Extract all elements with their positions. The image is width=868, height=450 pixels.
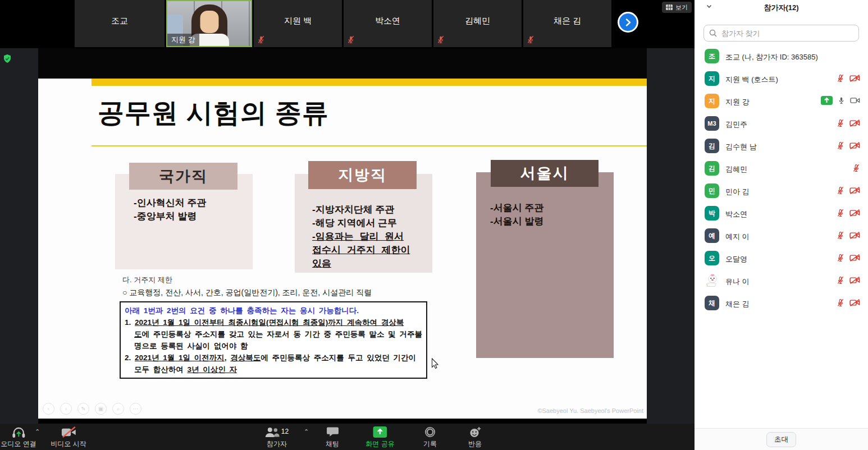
muted-mic-icon [347, 35, 355, 44]
participant-row[interactable]: 오오달영 [695, 247, 868, 269]
audio-button[interactable]: 오디오 연결 [1, 426, 36, 449]
video-button[interactable]: 비디오 시작 [51, 426, 86, 449]
participant-status-icons [837, 74, 860, 83]
participant-status-icons [837, 141, 860, 150]
participant-row[interactable]: 지지원 백 (호스트) [695, 67, 868, 90]
participant-row[interactable]: 채채은 김 [695, 292, 868, 314]
participant-name: 지원 백 (호스트) [725, 75, 778, 85]
next-videos-button[interactable] [618, 12, 638, 33]
video-strip: 보기 조교 지원 강지원 백박소연김혜민채은 김 [0, 0, 695, 48]
slide-category-text: -서울시 주관-서울시 발령 [490, 201, 543, 228]
slide-title: 공무원 시험의 종류 [98, 95, 329, 131]
slide-category-text: -지방자치단체 주관-해당 지역에서 근무-임용과는 달리 원서접수시 거주지 … [312, 203, 410, 270]
presenter-pen-icon[interactable]: ✎ [77, 403, 89, 415]
participant-tile[interactable]: 채은 김 [523, 0, 611, 47]
muted-mic-icon [527, 35, 534, 44]
search-icon [709, 29, 717, 37]
meeting-toolbar: 나가기 오디오 연결⌃비디오 시작12참가자⌃채팅화면 공유기록반응 [0, 424, 695, 450]
participant-row[interactable]: 예예지 이 [695, 224, 868, 247]
regulation-line: 도에 주민등록상 주소지를 갖고 있는 자로서 동 기간 중 주민등록 말소 및… [125, 328, 422, 340]
participant-status-icons [821, 96, 860, 105]
shared-screen-bottom-bar [38, 419, 647, 424]
participant-search-box [703, 25, 859, 42]
mouse-cursor [431, 358, 439, 369]
audio-options-chevron-icon[interactable]: ⌃ [35, 428, 40, 435]
participant-tile[interactable]: 박소연 [344, 0, 432, 47]
mic-on-icon [838, 96, 845, 105]
participant-status-icons [837, 231, 860, 240]
slide-top-black-bar [38, 48, 647, 79]
participant-row[interactable]: M3김민주 [695, 112, 868, 135]
participants-panel-footer: 초대 [695, 428, 868, 450]
presenter-more-icon[interactable]: ⋯ [130, 403, 141, 415]
chevron-right-icon [625, 19, 632, 26]
cam-off-icon [849, 276, 860, 284]
participant-tile[interactable]: 김혜민 [433, 0, 522, 47]
mic-off-icon [837, 208, 844, 218]
participant-tile[interactable]: 조교 [75, 0, 165, 47]
reactions-button[interactable]: 반응 [468, 426, 482, 449]
participants-button[interactable]: 12참가자 [265, 426, 289, 449]
cam-on-icon [850, 97, 860, 104]
record-button[interactable]: 기록 [423, 426, 437, 449]
participant-row[interactable]: 민민아 김 [695, 180, 868, 202]
view-button[interactable]: 보기 [662, 2, 692, 13]
participant-avatar-image [705, 273, 719, 288]
mic-off-icon [837, 186, 844, 195]
participant-name: 김수현 남 [725, 142, 757, 152]
participant-row[interactable]: 김김수현 남 [695, 135, 868, 157]
mic-off-icon [837, 74, 844, 83]
slide-category-body [476, 172, 614, 358]
participant-name: 조교 (나, 참가자 ID: 363585) [725, 52, 818, 62]
mic-off-icon [837, 118, 844, 128]
video-tile[interactable]: 지원 강 [166, 0, 252, 47]
shield-check-icon[interactable] [2, 53, 12, 64]
participants-panel-title: 참가자(12) [695, 3, 868, 13]
participant-name: 민아 김 [725, 187, 750, 197]
participant-status-icons [837, 253, 860, 263]
share-button[interactable]: 화면 공유 [366, 426, 394, 449]
participant-row[interactable]: 박박소연 [695, 202, 868, 224]
cam-off-icon [849, 119, 860, 127]
participant-avatar: 박 [705, 206, 719, 221]
cam-off-icon [849, 209, 860, 217]
presenter-slides-icon[interactable]: ▣ [95, 403, 107, 415]
cam-off-icon [849, 141, 860, 150]
participant-row[interactable]: 김김혜민 [695, 157, 868, 180]
regulation-line: 2. 2021년 1월 1일 이전까지, 경상북도에 주민등록상 주소지를 두고… [125, 352, 422, 364]
participant-name: 채은 김 [725, 299, 750, 309]
participant-row[interactable]: 유나 이 [695, 269, 868, 292]
regulation-line: 모두 합산하여 3년 이상인 자 [125, 364, 422, 375]
participant-tile[interactable]: 지원 백 [254, 0, 342, 47]
participant-name: 예지 이 [725, 232, 750, 242]
view-button-label: 보기 [675, 3, 688, 12]
search-input[interactable] [720, 29, 853, 38]
tile-name-label: 지원 백 [254, 16, 342, 26]
participant-name: 오달영 [725, 254, 747, 264]
participant-avatar: 채 [705, 296, 719, 310]
presenter-next-icon[interactable]: › [60, 403, 72, 415]
tile-name-label: 김혜민 [433, 16, 522, 26]
participant-row[interactable]: 조조교 (나, 참가자 ID: 363585) [695, 45, 868, 67]
people-icon [265, 426, 280, 438]
shared-screen-slide: 공무원 시험의 종류 국가직-인사혁신처 주관-중앙부처 발령지방직-지방자치단… [38, 48, 647, 419]
participant-avatar: 오 [705, 251, 719, 265]
mic-off-icon [837, 231, 844, 240]
invite-button[interactable]: 초대 [766, 432, 796, 447]
participant-count: 12 [281, 428, 289, 435]
presenter-zoom-icon[interactable]: ⌕ [112, 403, 124, 415]
cam-off-icon [849, 186, 860, 195]
participant-status-icons [852, 163, 860, 173]
participant-avatar: 김 [705, 139, 719, 153]
cam-off-icon [849, 254, 860, 262]
slide-category-header: 지방직 [308, 161, 417, 189]
chat-button[interactable]: 채팅 [326, 426, 339, 449]
tile-name-label: 조교 [75, 16, 165, 26]
presenter-prev-icon[interactable]: ‹ [43, 403, 54, 415]
record-icon [424, 426, 436, 438]
participants-options-chevron-icon[interactable]: ⌃ [304, 428, 309, 435]
participant-avatar: 조 [705, 49, 719, 63]
participant-row[interactable]: 지지원 강 [695, 90, 868, 112]
slide-category-header: 국가직 [129, 163, 237, 190]
share-badge-icon [821, 96, 833, 105]
